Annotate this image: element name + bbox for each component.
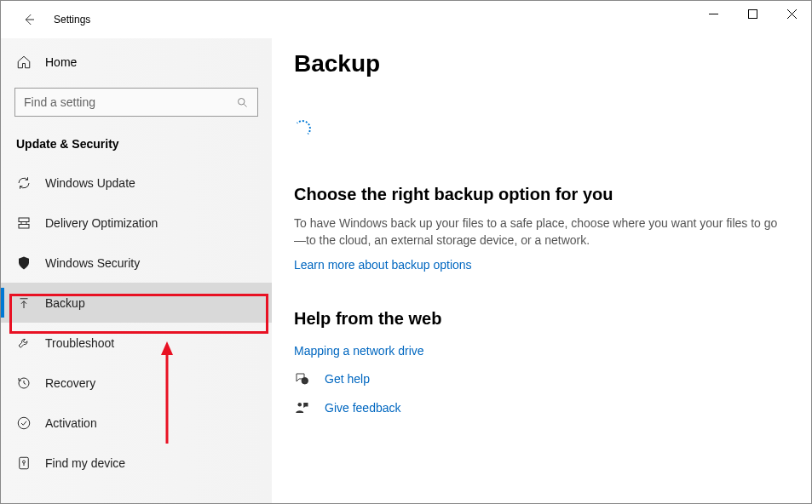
sidebar-item-windows-update[interactable]: Windows Update (1, 163, 272, 203)
shield-icon (16, 255, 32, 271)
nav-label: Find my device (45, 456, 125, 470)
minimize-icon (709, 9, 718, 19)
home-label: Home (45, 55, 77, 69)
close-button[interactable] (772, 1, 811, 26)
help-link[interactable]: Mapping a network drive (294, 344, 789, 358)
location-icon (16, 455, 32, 471)
learn-more-link[interactable]: Learn more about backup options (294, 258, 789, 272)
svg-rect-1 (748, 9, 757, 18)
sidebar-item-activation[interactable]: Activation (1, 403, 272, 443)
search-box[interactable] (14, 88, 258, 117)
get-help-link[interactable]: Get help (325, 372, 370, 386)
svg-point-14 (23, 461, 26, 463)
sidebar-item-recovery[interactable]: Recovery (1, 363, 272, 403)
nav-label: Windows Security (45, 256, 140, 270)
delivery-icon (16, 215, 32, 231)
backup-icon (16, 295, 32, 311)
nav-label: Windows Update (45, 176, 135, 190)
arrow-left-icon (21, 12, 37, 27)
maximize-icon (748, 9, 757, 19)
search-input[interactable] (24, 95, 236, 109)
home-icon (16, 54, 32, 70)
sidebar-item-backup[interactable]: Backup (1, 283, 272, 323)
help-title: Help from the web (294, 309, 789, 329)
window-title: Settings (54, 14, 90, 26)
sidebar: Home Update & Security Windows Update De… (1, 38, 272, 503)
home-nav[interactable]: Home (1, 45, 272, 79)
nav-label: Backup (45, 296, 85, 310)
page-title: Backup (294, 50, 789, 77)
sync-icon (16, 175, 32, 191)
svg-rect-7 (19, 224, 29, 228)
nav-label: Recovery (45, 376, 95, 390)
wrench-icon (16, 335, 32, 351)
svg-point-17 (298, 403, 302, 407)
nav-label: Delivery Optimization (45, 216, 158, 230)
nav-label: Troubleshoot (45, 336, 114, 350)
svg-rect-6 (19, 218, 29, 222)
maximize-button[interactable] (733, 1, 772, 26)
sidebar-item-troubleshoot[interactable]: Troubleshoot (1, 323, 272, 363)
section-title: Choose the right backup option for you (294, 185, 789, 204)
sidebar-item-find-my-device[interactable]: Find my device (1, 443, 272, 483)
check-circle-icon (16, 415, 32, 431)
sidebar-item-windows-security[interactable]: Windows Security (1, 243, 272, 283)
recovery-icon (16, 375, 32, 391)
feedback-person-icon (294, 400, 309, 415)
loading-spinner (294, 120, 311, 137)
minimize-button[interactable] (694, 1, 733, 26)
category-heading: Update & Security (16, 137, 272, 151)
close-icon (787, 9, 797, 19)
chat-help-icon: ? (294, 371, 309, 387)
nav-label: Activation (45, 416, 97, 430)
svg-point-4 (239, 98, 245, 105)
section-text: To have Windows back up your files to a … (294, 215, 789, 249)
sidebar-item-delivery-optimization[interactable]: Delivery Optimization (1, 203, 272, 243)
back-button[interactable] (16, 7, 42, 32)
give-feedback-link[interactable]: Give feedback (325, 401, 401, 415)
content-pane: Backup Choose the right backup option fo… (272, 38, 811, 503)
search-icon (236, 96, 249, 109)
svg-point-12 (18, 417, 30, 429)
svg-text:?: ? (303, 378, 306, 383)
svg-line-5 (244, 104, 246, 106)
